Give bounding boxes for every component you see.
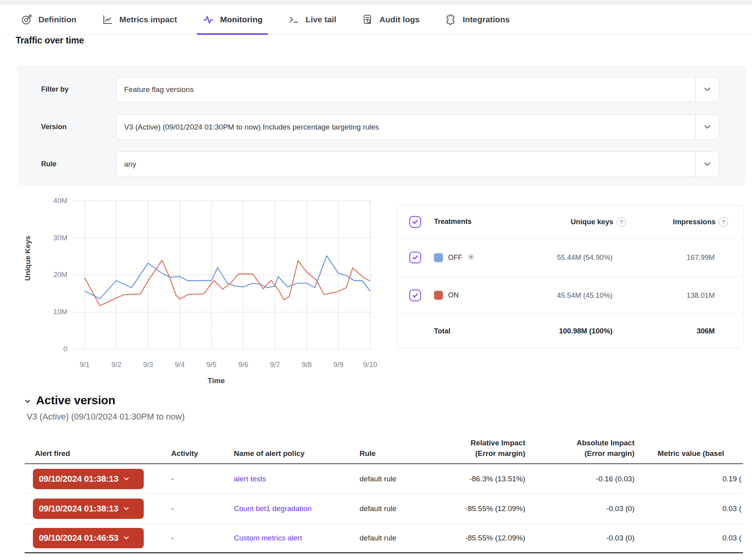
tab-integrations[interactable]: Integrations <box>439 5 515 34</box>
absolute-impact-header: Absolute Impact(Error margin) <box>525 438 634 459</box>
absolute-impact-cell: -0.03 (0) <box>525 534 634 542</box>
tab-live-tail[interactable]: Live tail <box>282 5 342 34</box>
terminal-icon <box>288 14 300 25</box>
treatments-total-row: Total 100.98M (100%) 306M <box>397 313 743 348</box>
alert-policy-link[interactable]: Custom metrics alert <box>234 534 302 542</box>
rule-cell: default rule <box>360 504 430 513</box>
tab-label: Monitoring <box>220 15 262 24</box>
chevron-down-icon[interactable] <box>695 115 719 139</box>
tab-definition[interactable]: Definition <box>15 5 82 34</box>
alert-row: 09/10/2024 01:38:13 - alert tests defaul… <box>25 464 743 494</box>
alert-fired-badge[interactable]: 09/10/2024 01:38:13 <box>33 499 144 519</box>
target-icon <box>21 14 33 25</box>
policy-header: Name of alert policy <box>234 448 360 459</box>
active-version-title: Active version <box>36 394 115 407</box>
alert-fired-badge[interactable]: 09/10/2024 01:38:13 <box>33 469 144 489</box>
svg-text:9/9: 9/9 <box>333 360 343 369</box>
alert-policy-link[interactable]: Count bet1 degradation <box>234 504 312 513</box>
filter-row-rule: Rule any <box>17 151 746 177</box>
relative-impact-cell: -85.55% (12.09%) <box>430 534 525 542</box>
off-checkbox[interactable] <box>409 252 421 263</box>
svg-text:20M: 20M <box>53 270 67 279</box>
on-checkbox[interactable] <box>409 290 421 301</box>
alert-policy-link[interactable]: alert tests <box>234 475 266 483</box>
treatment-name: OFF <box>448 254 462 262</box>
svg-text:9/4: 9/4 <box>175 360 185 369</box>
svg-text:9/1: 9/1 <box>80 360 90 369</box>
filter-panel: Filter by Feature flag versions Version … <box>17 65 746 185</box>
tab-label: Definition <box>38 15 76 24</box>
tab-label: Integrations <box>463 15 510 24</box>
unique-keys-value: 45.54M (45.10%) <box>510 291 639 300</box>
tab-monitoring[interactable]: Monitoring <box>197 5 268 34</box>
activity-header: Activity <box>171 448 234 459</box>
alert-fired-header: Alert fired <box>25 448 171 459</box>
svg-text:9/5: 9/5 <box>206 360 217 369</box>
collapse-chevron-icon[interactable] <box>24 398 31 406</box>
off-color-swatch <box>434 253 443 262</box>
alert-row: 09/10/2024 01:38:13 - Count bet1 degrada… <box>25 494 743 524</box>
filter-row-filter-by: Filter by Feature flag versions <box>17 77 746 102</box>
chart-icon <box>102 14 114 25</box>
treatments-card: Treatments Unique keys? Impressions? OFF… <box>397 205 743 348</box>
rule-value: any <box>124 152 136 176</box>
document-search-icon <box>362 14 374 25</box>
treatment-row-off: OFF 55.44M (54.90%) 167.99M <box>397 238 743 277</box>
relative-impact-cell: -86.3% (13.51%) <box>430 475 525 483</box>
svg-text:9/3: 9/3 <box>143 360 153 369</box>
treatments-header: Treatments <box>434 218 472 226</box>
absolute-impact-cell: -0.16 (0.03) <box>525 475 634 483</box>
svg-text:Time: Time <box>208 376 225 385</box>
alerts-table: Alert fired Activity Name of alert polic… <box>25 438 743 553</box>
treatment-name: ON <box>448 291 459 299</box>
tab-label: Metrics impact <box>119 15 177 24</box>
svg-text:0: 0 <box>63 345 67 353</box>
help-icon[interactable]: ? <box>616 217 626 227</box>
svg-text:9/8: 9/8 <box>302 360 312 369</box>
unique-keys-value: 55.44M (54.90%) <box>510 253 639 262</box>
metric-value-cell: 0.19 ( <box>634 475 743 483</box>
metric-value-header: Metric value (basel <box>634 448 743 459</box>
version-select[interactable]: V3 (Active) (09/01/2024 01:30PM to now) … <box>116 114 719 140</box>
select-all-checkbox[interactable] <box>409 216 421 228</box>
chevron-down-icon[interactable] <box>695 152 719 176</box>
svg-text:9/6: 9/6 <box>238 360 248 369</box>
page-title: Traffic over time <box>16 35 84 46</box>
svg-text:40M: 40M <box>53 196 67 205</box>
active-version-subtitle: V3 (Active) (09/10/2024 01:30PM to now) <box>27 412 185 422</box>
filter-by-label: Filter by <box>41 77 69 102</box>
metric-value-cell: 0.03 ( <box>634 504 743 513</box>
tab-audit-logs[interactable]: Audit logs <box>356 5 426 34</box>
default-treatment-icon <box>467 253 475 262</box>
total-label: Total <box>434 327 450 335</box>
rule-select[interactable]: any <box>116 151 719 177</box>
rule-cell: default rule <box>360 534 430 542</box>
metric-value-cell: 0.03 ( <box>634 534 743 542</box>
help-icon[interactable]: ? <box>719 217 728 227</box>
rule-label: Rule <box>41 151 56 177</box>
filter-by-value: Feature flag versions <box>124 77 193 102</box>
total-impressions: 306M <box>639 327 743 335</box>
absolute-impact-cell: -0.03 (0) <box>525 504 634 513</box>
chevron-down-icon[interactable] <box>695 77 719 102</box>
on-color-swatch <box>434 291 443 300</box>
alert-fired-badge[interactable]: 09/10/2024 01:46:53 <box>33 528 144 548</box>
tab-bar: Definition Metrics impact Monitoring Liv… <box>3 5 752 34</box>
svg-text:30M: 30M <box>53 234 67 242</box>
svg-text:9/7: 9/7 <box>270 360 280 369</box>
treatments-header-row: Treatments Unique keys? Impressions? <box>397 205 743 238</box>
svg-text:9/10: 9/10 <box>363 360 377 369</box>
svg-text:9/2: 9/2 <box>111 360 121 369</box>
tab-metrics-impact[interactable]: Metrics impact <box>96 5 183 34</box>
impressions-value: 138.01M <box>639 291 743 300</box>
puzzle-icon <box>445 14 457 25</box>
svg-text:Unique Keys: Unique Keys <box>24 236 32 281</box>
traffic-chart: 010M20M30M40M9/19/29/39/49/59/69/79/89/9… <box>24 194 380 394</box>
tab-label: Audit logs <box>380 15 420 24</box>
activity-cell: - <box>171 534 234 542</box>
filter-row-version: Version V3 (Active) (09/01/2024 01:30PM … <box>17 114 746 140</box>
rule-cell: default rule <box>360 475 430 483</box>
rule-header: Rule <box>360 448 430 459</box>
relative-impact-cell: -85.55% (12.09%) <box>430 504 525 513</box>
filter-by-select[interactable]: Feature flag versions <box>116 77 719 102</box>
